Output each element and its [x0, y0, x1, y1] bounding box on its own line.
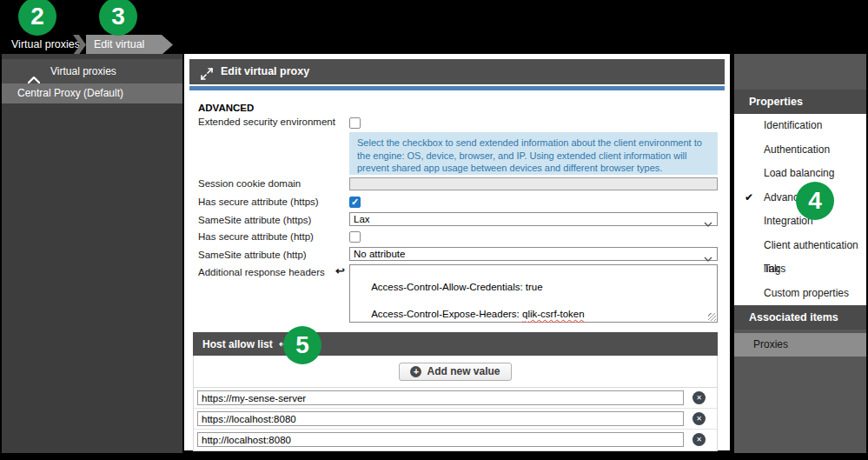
host-allow-row: ✕ — [194, 430, 717, 450]
response-headers-line2-prefix: Access-Control-Expose-Headers: — [371, 309, 522, 319]
main-panel: Edit virtual proxy ADVANCED Extended sec… — [184, 54, 730, 450]
samesite-https-label: SameSite attribute (https) — [198, 215, 348, 225]
section-title-advanced: ADVANCED — [198, 103, 254, 113]
property-item-load-balancing[interactable]: ✔ Load balancing — [734, 162, 866, 186]
property-item-tags[interactable]: ✔ Tags — [734, 257, 866, 282]
qmc-edit-virtual-proxy-screen: Virtual proxies Edit virtual proxy Virtu… — [0, 0, 868, 460]
chevron-down-icon — [704, 252, 712, 264]
secure-attribute-http-label: Has secure attribute (http) — [198, 231, 348, 242]
plus-icon: + — [410, 366, 421, 377]
samesite-http-value: No attribute — [354, 249, 405, 259]
annotation-circle-4: 4 — [796, 182, 834, 220]
chevron-down-icon — [704, 217, 712, 230]
undo-icon[interactable]: ↩ — [335, 264, 345, 277]
annotation-circle-2: 2 — [18, 0, 56, 36]
property-item-authentication[interactable]: ✔ Authentication — [734, 138, 866, 163]
response-headers-line1: Access-Control-Allow-Credentials: true — [371, 282, 542, 292]
samesite-https-value: Lax — [354, 214, 370, 224]
virtual-proxies-sidebar: Virtual proxies Central Proxy (Default) — [2, 54, 182, 453]
remove-value-icon[interactable]: ✕ — [692, 412, 706, 425]
properties-panel: Properties ✔ Identification ✔ Authentica… — [734, 54, 866, 453]
host-allow-list-header: Host allow list↩ — [193, 332, 718, 356]
host-allow-list-title: Host allow list — [202, 338, 273, 350]
sidebar-item-central-proxy[interactable]: Central Proxy (Default) — [2, 83, 182, 103]
properties-header: Properties — [734, 90, 866, 114]
extended-security-info: Select the checkbox to send extended inf… — [349, 132, 718, 175]
property-item-custom-properties[interactable]: ✔ Custom properties — [734, 282, 866, 306]
breadcrumb-virtual-proxies[interactable]: Virtual proxies — [11, 35, 80, 55]
sidebar-header-label: Virtual proxies — [50, 59, 116, 83]
annotation-circle-3: 3 — [99, 0, 137, 36]
annotation-circle-5: 5 — [283, 326, 321, 364]
associated-item-proxies[interactable]: Proxies — [734, 333, 866, 357]
session-cookie-domain-label: Session cookie domain — [198, 178, 348, 189]
host-value-input[interactable] — [197, 390, 684, 405]
associated-items-header: Associated items — [734, 305, 866, 330]
property-item-identification[interactable]: ✔ Identification — [734, 114, 866, 138]
property-label: Identification — [764, 119, 822, 131]
samesite-http-label: SameSite attribute (http) — [198, 250, 348, 260]
add-new-value-row: + Add new value — [194, 356, 717, 388]
add-new-value-label: Add new value — [427, 365, 500, 377]
add-new-value-button[interactable]: + Add new value — [399, 363, 511, 381]
host-allow-list-body: + Add new value ✕ ✕ ✕ — [193, 356, 718, 451]
session-cookie-domain-input[interactable] — [349, 177, 718, 190]
property-label: Authentication — [764, 143, 830, 156]
secure-attribute-https-label: Has secure attribute (https) — [198, 197, 348, 207]
host-value-input[interactable] — [197, 432, 684, 447]
main-panel-header: Edit virtual proxy — [189, 59, 725, 84]
response-headers-flagged-word: qlik-csrf-token — [522, 309, 585, 319]
host-allow-row: ✕ — [194, 388, 717, 409]
property-label: Custom properties — [764, 287, 849, 299]
samesite-http-select[interactable]: No attribute — [349, 247, 718, 261]
host-allow-list-section: Host allow list↩ + Add new value ✕ ✕ — [193, 332, 718, 451]
response-headers-label: Additional response headers — [198, 267, 348, 277]
host-value-input[interactable] — [197, 411, 684, 426]
samesite-https-select[interactable]: Lax — [349, 212, 718, 226]
check-icon: ✔ — [745, 186, 753, 210]
secure-attribute-http-checkbox[interactable] — [349, 231, 361, 243]
extended-security-label: Extended security environment — [198, 117, 348, 127]
sidebar-header-virtual-proxies[interactable]: Virtual proxies — [2, 59, 182, 83]
host-allow-row: ✕ — [194, 409, 717, 430]
property-label: Tags — [764, 263, 785, 275]
main-panel-title: Edit virtual proxy — [221, 59, 309, 84]
secure-attribute-https-checkbox[interactable] — [349, 197, 361, 208]
response-headers-textarea[interactable]: Access-Control-Allow-Credentials: true A… — [349, 264, 718, 323]
property-item-client-authentication-link[interactable]: ✔ Client authentication link — [734, 234, 866, 258]
breadcrumb-edit-virtual-proxy[interactable]: Edit virtual proxy — [86, 35, 173, 55]
header-accent-line — [189, 86, 725, 90]
remove-value-icon[interactable]: ✕ — [692, 391, 706, 404]
remove-value-icon[interactable]: ✕ — [692, 433, 706, 446]
extended-security-checkbox[interactable] — [349, 117, 361, 129]
property-label: Load balancing — [764, 167, 834, 179]
